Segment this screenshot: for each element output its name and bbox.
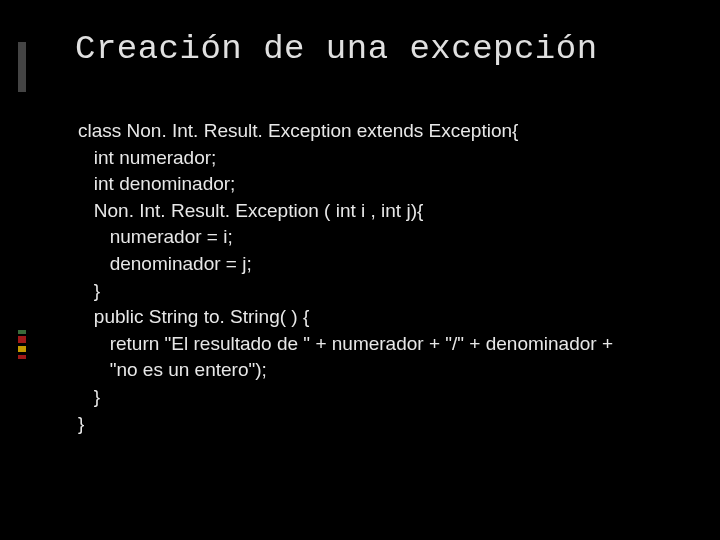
code-line: int numerador; <box>78 145 660 172</box>
code-line: public String to. String( ) { <box>78 304 660 331</box>
code-line: "no es un entero"); <box>78 357 660 384</box>
code-line: return "El resultado de " + numerador + … <box>78 331 660 358</box>
accent-bar-red-2 <box>18 355 26 359</box>
code-block: class Non. Int. Result. Exception extend… <box>78 118 660 437</box>
slide-title: Creación de una excepción <box>75 30 680 68</box>
accent-bar-green <box>18 330 26 334</box>
code-line: Non. Int. Result. Exception ( int i , in… <box>78 198 660 225</box>
code-line: numerador = i; <box>78 224 660 251</box>
slide: Creación de una excepción class Non. Int… <box>0 0 720 540</box>
code-line: } <box>78 384 660 411</box>
accent-bar-yellow <box>18 346 26 352</box>
accent-bar-red <box>18 336 26 343</box>
accent-bar-gray <box>18 42 26 92</box>
code-line: } <box>78 411 660 438</box>
code-line: denominador = j; <box>78 251 660 278</box>
code-line: int denominador; <box>78 171 660 198</box>
code-line: class Non. Int. Result. Exception extend… <box>78 118 660 145</box>
code-line: } <box>78 278 660 305</box>
